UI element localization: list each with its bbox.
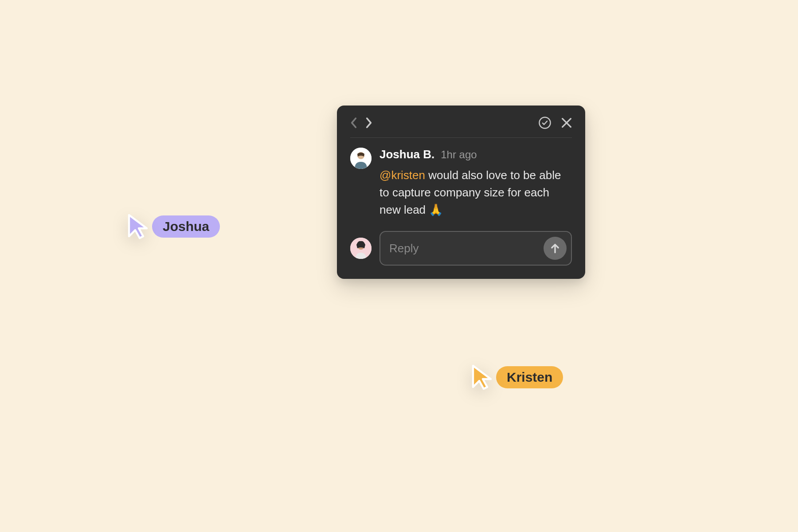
mention: @kristen bbox=[379, 168, 425, 182]
reply-avatar bbox=[350, 238, 372, 259]
cursor-label: Kristen bbox=[496, 366, 563, 388]
cursor-icon bbox=[471, 364, 493, 391]
header-actions bbox=[538, 116, 572, 129]
send-button[interactable] bbox=[544, 237, 567, 260]
reply-row bbox=[350, 231, 572, 266]
nav-arrows bbox=[350, 117, 372, 129]
close-button[interactable] bbox=[561, 117, 572, 128]
collaborator-cursor-kristen: Kristen bbox=[471, 364, 563, 391]
check-circle-icon bbox=[538, 116, 552, 129]
close-icon bbox=[561, 117, 572, 128]
resolve-button[interactable] bbox=[538, 116, 552, 129]
cursor-label: Joshua bbox=[152, 215, 220, 238]
timestamp: 1hr ago bbox=[441, 149, 477, 161]
collaborator-cursor-joshua: Joshua bbox=[127, 213, 220, 240]
chevron-right-icon bbox=[365, 117, 372, 129]
comment-meta: Joshua B. 1hr ago bbox=[379, 148, 572, 161]
author-name: Joshua B. bbox=[379, 148, 434, 161]
comment-body: Joshua B. 1hr ago @kristen would also lo… bbox=[350, 148, 572, 219]
prev-comment-button[interactable] bbox=[350, 117, 357, 129]
comment-content: Joshua B. 1hr ago @kristen would also lo… bbox=[379, 148, 572, 219]
popup-header bbox=[350, 116, 572, 138]
reply-input-wrap[interactable] bbox=[379, 231, 572, 266]
comment-popup: Joshua B. 1hr ago @kristen would also lo… bbox=[337, 106, 585, 279]
next-comment-button[interactable] bbox=[365, 117, 372, 129]
author-avatar bbox=[350, 148, 372, 169]
cursor-icon bbox=[127, 213, 149, 240]
arrow-up-icon bbox=[550, 243, 560, 254]
comment-text: @kristen would also love to be able to c… bbox=[379, 167, 572, 219]
reply-input[interactable] bbox=[389, 242, 544, 255]
chevron-left-icon bbox=[350, 117, 357, 129]
